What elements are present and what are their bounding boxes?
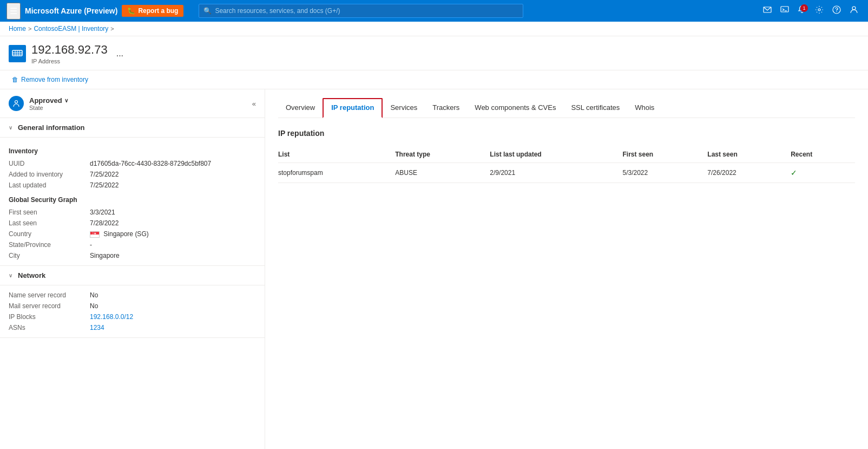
info-row-first-seen: First seen 3/3/2021 xyxy=(9,207,256,218)
city-value: Singapore xyxy=(90,252,256,259)
account-button[interactable] xyxy=(846,3,862,18)
first-seen-value: 3/3/2021 xyxy=(90,209,256,216)
cell-threat-type: ABUSE xyxy=(395,163,490,183)
table-row: stopforumspam ABUSE 2/9/2021 5/3/2022 7/… xyxy=(278,163,855,183)
info-row-asns: ASNs 1234 xyxy=(9,322,256,333)
col-last-seen: Last seen xyxy=(707,146,791,163)
hamburger-button[interactable]: ☰ xyxy=(6,3,21,19)
general-info-content: Inventory UUID d17605da-76cc-4430-8328-8… xyxy=(0,138,265,266)
recent-check-icon: ✓ xyxy=(791,168,797,177)
info-row-added: Added to inventory 7/25/2022 xyxy=(9,169,256,180)
panel-collapse-button[interactable]: « xyxy=(252,100,256,108)
state-province-value: - xyxy=(90,241,256,249)
state-chevron: ∨ xyxy=(64,97,68,103)
state-info: Approved ∨ State xyxy=(29,96,68,111)
report-bug-button[interactable]: 🐛 Report a bug xyxy=(122,5,183,17)
topbar: ☰ Microsoft Azure (Preview) 🐛 Report a b… xyxy=(0,0,868,22)
remove-label: Remove from inventory xyxy=(21,76,88,83)
svg-point-13 xyxy=(15,101,18,103)
col-threat-type: Threat type xyxy=(395,146,490,163)
svg-point-3 xyxy=(818,9,820,11)
updated-value: 7/25/2022 xyxy=(90,181,256,189)
tab-whois[interactable]: Whois xyxy=(627,99,662,118)
ip-reputation-title: IP reputation xyxy=(278,129,855,138)
uuid-label: UUID xyxy=(9,160,90,167)
breadcrumb-home[interactable]: Home xyxy=(9,25,26,32)
state-section: Approved ∨ State « xyxy=(0,89,265,118)
state-label[interactable]: Approved ∨ xyxy=(29,96,68,105)
cell-last-seen: 7/26/2022 xyxy=(707,163,791,183)
info-row-city: City Singapore xyxy=(9,250,256,261)
tab-services[interactable]: Services xyxy=(383,99,425,118)
state-province-label: State/Province xyxy=(9,241,90,249)
asns-label: ASNs xyxy=(9,324,90,331)
updated-label: Last updated xyxy=(9,181,90,189)
tabs: Overview IP reputation Services Trackers… xyxy=(278,98,855,118)
cell-recent: ✓ xyxy=(791,163,855,183)
search-icon: 🔍 xyxy=(203,7,212,15)
right-panel: Overview IP reputation Services Trackers… xyxy=(265,89,868,449)
last-seen-value: 7/28/2022 xyxy=(90,219,256,227)
general-info-header[interactable]: ∨ General information xyxy=(0,118,265,138)
notification-count: 1 xyxy=(800,4,808,12)
topbar-icons: 1 xyxy=(760,3,862,18)
breadcrumb-workspace[interactable]: ContosoEASM | Inventory xyxy=(34,25,108,32)
first-seen-label: First seen xyxy=(9,209,90,216)
ip-address-icon xyxy=(9,45,26,62)
col-list: List xyxy=(278,146,395,163)
ip-reputation-table: List Threat type List last updated First… xyxy=(278,146,855,183)
info-row-nameserver: Name server record No xyxy=(9,290,256,301)
notifications-button[interactable]: 1 xyxy=(794,3,810,18)
cell-list-last-updated: 2/9/2021 xyxy=(490,163,622,183)
singapore-flag xyxy=(90,231,100,238)
network-title: Network xyxy=(18,271,45,279)
info-row-updated: Last updated 7/25/2022 xyxy=(9,180,256,191)
nameserver-value: No xyxy=(90,291,256,299)
cloud-shell-button[interactable] xyxy=(777,3,792,18)
country-value: Singapore (SG) xyxy=(90,230,256,238)
email-icon-button[interactable] xyxy=(760,3,775,18)
country-label: Country xyxy=(9,230,90,238)
help-button[interactable] xyxy=(829,3,844,18)
network-chevron: ∨ xyxy=(9,272,12,278)
action-bar: 🗑 Remove from inventory xyxy=(0,70,868,89)
search-box: 🔍 xyxy=(199,4,523,18)
breadcrumb-sep2: > xyxy=(110,25,114,32)
ipblocks-link[interactable]: 192.168.0.0/12 xyxy=(90,313,133,321)
uuid-value: d17605da-76cc-4430-8328-8729dc5bf807 xyxy=(90,160,256,167)
tab-trackers[interactable]: Trackers xyxy=(425,99,467,118)
tab-web-components[interactable]: Web components & CVEs xyxy=(467,99,563,118)
security-group-title: Global Security Graph xyxy=(9,196,256,204)
bug-icon: 🐛 xyxy=(127,7,135,15)
remove-from-inventory-button[interactable]: 🗑 Remove from inventory xyxy=(9,74,91,86)
svg-point-5 xyxy=(836,11,837,12)
last-seen-label: Last seen xyxy=(9,219,90,227)
col-recent: Recent xyxy=(791,146,855,163)
table-body: stopforumspam ABUSE 2/9/2021 5/3/2022 7/… xyxy=(278,163,855,183)
app-title: Microsoft Azure (Preview) xyxy=(25,6,117,15)
asns-link[interactable]: 1234 xyxy=(90,324,104,331)
network-header[interactable]: ∨ Network xyxy=(0,266,265,285)
main-content: Approved ∨ State « ∨ General information… xyxy=(0,89,868,449)
table-header: List Threat type List last updated First… xyxy=(278,146,855,163)
svg-point-6 xyxy=(852,6,856,10)
network-content: Name server record No Mail server record… xyxy=(0,285,265,338)
tab-ssl-certificates[interactable]: SSL certificates xyxy=(563,99,627,118)
general-info-chevron: ∨ xyxy=(9,125,12,131)
added-label: Added to inventory xyxy=(9,171,90,178)
settings-button[interactable] xyxy=(812,3,827,18)
more-options-button[interactable]: ... xyxy=(113,48,127,60)
state-icon xyxy=(9,96,24,111)
info-row-ipblocks: IP Blocks 192.168.0.0/12 xyxy=(9,311,256,322)
tab-overview[interactable]: Overview xyxy=(278,99,323,118)
page-title-group: 192.168.92.73 IP Address xyxy=(31,43,108,64)
left-panel: Approved ∨ State « ∨ General information… xyxy=(0,89,265,449)
ip-reputation-section: IP reputation List Threat type List last… xyxy=(278,129,855,183)
page-subtitle: IP Address xyxy=(31,58,108,64)
search-input[interactable] xyxy=(215,7,518,15)
inventory-group-title: Inventory xyxy=(9,147,256,155)
nameserver-label: Name server record xyxy=(9,291,90,299)
info-row-state: State/Province - xyxy=(9,239,256,250)
state-sub: State xyxy=(29,105,68,111)
tab-ip-reputation[interactable]: IP reputation xyxy=(323,98,383,118)
